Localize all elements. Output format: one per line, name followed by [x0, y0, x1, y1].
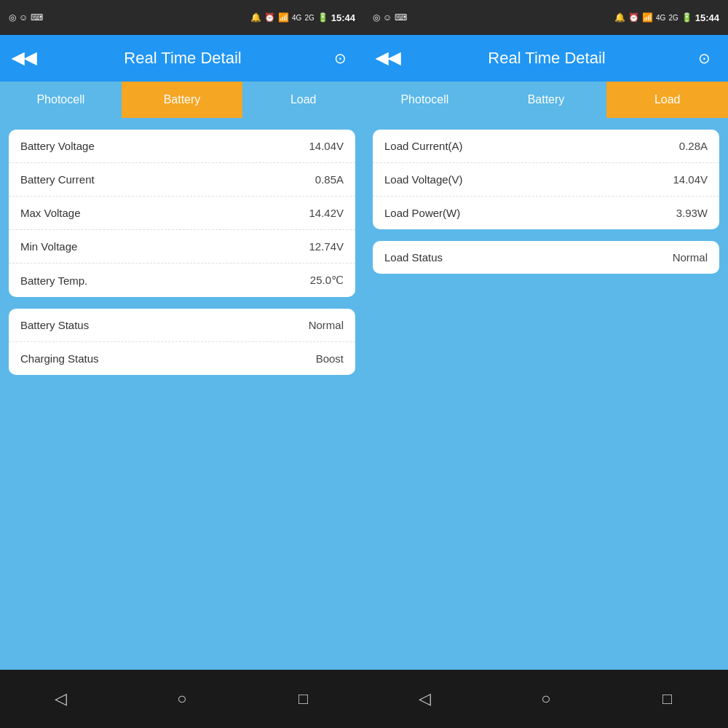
- battery-status-value: Normal: [309, 319, 344, 331]
- back-button-left[interactable]: ◀◀: [12, 49, 36, 68]
- network-2g-icon: 2G: [304, 14, 314, 22]
- charging-status-label: Charging Status: [20, 352, 316, 365]
- load-status-value: Normal: [673, 251, 708, 264]
- message-icon-r: ☺: [383, 12, 392, 23]
- content-right: Load Current(A) 0.28A Load Voltage(V) 14…: [364, 118, 728, 670]
- table-row: Load Power(W) 3.93W: [373, 197, 719, 229]
- battery-temp-label: Battery Temp.: [20, 274, 310, 287]
- back-nav-icon-left[interactable]: ◁: [46, 684, 75, 713]
- status-icons-right: ◎ ☺ ⌨: [373, 12, 407, 23]
- battery-status-label: Battery Status: [20, 319, 309, 331]
- tab-photocell-right[interactable]: Photocell: [364, 82, 486, 118]
- page-title-right: Real Time Detail: [488, 49, 605, 68]
- keyboard-icon: ⌨: [31, 12, 43, 23]
- wifi-icon: 📶: [278, 12, 289, 23]
- status-time-left: 15:44: [331, 12, 355, 23]
- recent-nav-icon-left[interactable]: □: [289, 684, 318, 713]
- back-nav-icon-right[interactable]: ◁: [410, 684, 439, 713]
- tabs-left: Photocell Battery Load: [0, 82, 364, 118]
- table-row: Load Current(A) 0.28A: [373, 130, 719, 163]
- wifi-icon-r: 📶: [642, 12, 653, 23]
- max-voltage-value: 14.42V: [309, 207, 344, 219]
- battery-current-value: 0.85A: [315, 173, 344, 186]
- settings-icon-right[interactable]: ⊙: [693, 47, 716, 70]
- alarm-icon-r: ⏰: [628, 12, 639, 23]
- notification-icon-r: ◎: [373, 12, 380, 23]
- home-nav-icon-right[interactable]: ○: [531, 684, 561, 713]
- table-row: Battery Status Normal: [9, 309, 355, 342]
- status-icons-left: ◎ ☺ ⌨: [9, 12, 43, 23]
- load-status-label: Load Status: [384, 251, 673, 264]
- table-row: Load Voltage(V) 14.04V: [373, 163, 719, 197]
- phone-right: ◎ ☺ ⌨ 🔔 ⏰ 📶 4G 2G 🔋 15:44 ◀◀ Real Time D…: [364, 0, 728, 728]
- tab-photocell-left[interactable]: Photocell: [0, 82, 122, 118]
- table-row: Battery Current 0.85A: [9, 163, 355, 197]
- table-row: Charging Status Boost: [9, 342, 355, 375]
- bottom-nav-right: ◁ ○ □: [364, 670, 728, 728]
- content-left: Battery Voltage 14.04V Battery Current 0…: [0, 118, 364, 670]
- table-row: Min Voltage 12.74V: [9, 230, 355, 264]
- load-data-card: Load Current(A) 0.28A Load Voltage(V) 14…: [373, 130, 719, 229]
- recent-nav-icon-right[interactable]: □: [653, 684, 682, 713]
- tab-battery-left[interactable]: Battery: [122, 82, 243, 118]
- battery-status-card: Battery Status Normal Charging Status Bo…: [9, 309, 355, 375]
- table-row: Battery Temp. 25.0℃: [9, 264, 355, 297]
- load-power-value: 3.93W: [676, 207, 708, 219]
- battery-voltage-label: Battery Voltage: [20, 140, 309, 152]
- status-right-left: 🔔 ⏰ 📶 4G 2G 🔋 15:44: [250, 12, 355, 23]
- table-row: Load Status Normal: [373, 241, 719, 274]
- notification-icon: ◎: [9, 12, 16, 23]
- header-left: ◀◀ Real Time Detail ⊙: [0, 35, 364, 82]
- battery-voltage-value: 14.04V: [309, 140, 344, 152]
- status-bar-right: ◎ ☺ ⌨ 🔔 ⏰ 📶 4G 2G 🔋 15:44: [364, 0, 728, 35]
- battery-temp-value: 25.0℃: [310, 274, 344, 287]
- alarm-icon: ⏰: [264, 12, 275, 23]
- status-time-right: 15:44: [695, 12, 719, 23]
- battery-icon-r: 🔋: [681, 12, 692, 23]
- table-row: Battery Voltage 14.04V: [9, 130, 355, 163]
- max-voltage-label: Max Voltage: [20, 207, 309, 219]
- page-title-left: Real Time Detail: [124, 49, 241, 68]
- battery-data-card: Battery Voltage 14.04V Battery Current 0…: [9, 130, 355, 297]
- battery-current-label: Battery Current: [20, 173, 315, 186]
- back-button-right[interactable]: ◀◀: [376, 49, 400, 68]
- message-icon: ☺: [19, 12, 28, 23]
- load-power-label: Load Power(W): [384, 207, 676, 219]
- status-right-right: 🔔 ⏰ 📶 4G 2G 🔋 15:44: [614, 12, 719, 23]
- tab-load-right[interactable]: Load: [606, 82, 728, 118]
- charging-status-value: Boost: [316, 352, 344, 365]
- load-voltage-value: 14.04V: [673, 173, 708, 186]
- settings-icon-left[interactable]: ⊙: [329, 47, 352, 70]
- phone-left: ◎ ☺ ⌨ 🔔 ⏰ 📶 4G 2G 🔋 15:44 ◀◀ Real Time D…: [0, 0, 364, 728]
- header-right: ◀◀ Real Time Detail ⊙: [364, 35, 728, 82]
- network-2g-icon-r: 2G: [668, 14, 678, 22]
- load-voltage-label: Load Voltage(V): [384, 173, 673, 186]
- tab-load-left[interactable]: Load: [242, 82, 364, 118]
- home-nav-icon-left[interactable]: ○: [167, 684, 197, 713]
- keyboard-icon-r: ⌨: [395, 12, 407, 23]
- load-status-card: Load Status Normal: [373, 241, 719, 274]
- table-row: Max Voltage 14.42V: [9, 197, 355, 230]
- signal-icon: 🔔: [250, 12, 261, 23]
- tabs-right: Photocell Battery Load: [364, 82, 728, 118]
- signal-icon-r: 🔔: [614, 12, 625, 23]
- status-bar-left: ◎ ☺ ⌨ 🔔 ⏰ 📶 4G 2G 🔋 15:44: [0, 0, 364, 35]
- min-voltage-value: 12.74V: [309, 240, 344, 253]
- load-current-label: Load Current(A): [384, 140, 679, 152]
- network-4g-icon: 4G: [292, 14, 301, 22]
- battery-icon: 🔋: [317, 12, 328, 23]
- bottom-nav-left: ◁ ○ □: [0, 670, 364, 728]
- tab-battery-right[interactable]: Battery: [486, 82, 607, 118]
- min-voltage-label: Min Voltage: [20, 240, 309, 253]
- network-4g-icon-r: 4G: [656, 14, 665, 22]
- load-current-value: 0.28A: [679, 140, 708, 152]
